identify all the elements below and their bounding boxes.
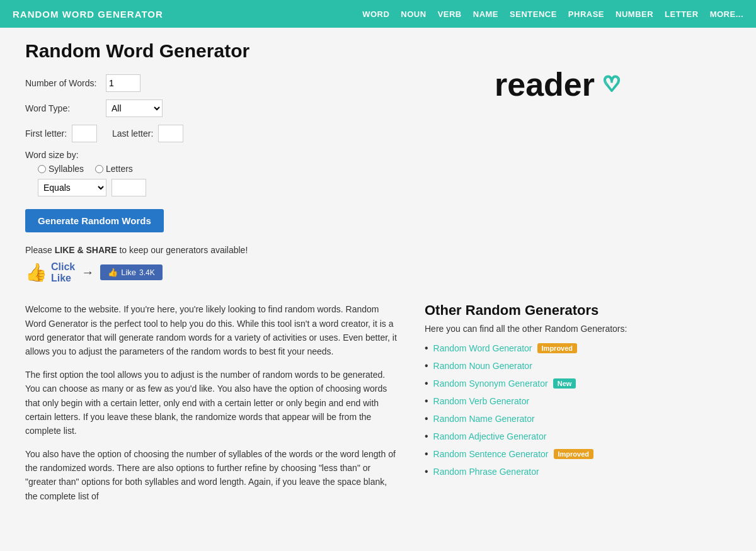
page-title: Random Word Generator [25, 40, 372, 62]
nav-word[interactable]: WORD [362, 9, 389, 19]
gen-list-item: Random Noun Generator [425, 360, 731, 372]
other-generators-subtitle: Here you can find all the other Random G… [425, 324, 731, 334]
generate-button[interactable]: Generate Random Words [25, 209, 164, 232]
gen-list-item: Random Verb Generator [425, 395, 731, 407]
first-letter-label: First letter: [25, 128, 67, 139]
nav-verb[interactable]: VERB [438, 9, 462, 19]
description-section: Welcome to the website. If you're here, … [25, 302, 399, 512]
gen-link[interactable]: Random Name Generator [433, 414, 535, 424]
gen-link[interactable]: Random Synonym Generator [433, 378, 548, 389]
gen-list-item: Random Sentence GeneratorImproved [425, 448, 731, 460]
syllables-radio-label[interactable]: Syllables [38, 164, 84, 174]
nav-noun[interactable]: NOUN [401, 9, 426, 19]
gen-link[interactable]: Random Adjective Generator [433, 431, 547, 441]
num-words-label: Number of Words: [25, 78, 101, 88]
fb-thumb-icon: 👍 [108, 268, 118, 277]
nav-phrase[interactable]: PHRASE [568, 9, 604, 19]
fb-count: 3.4K [139, 268, 155, 277]
site-brand: RANDOM WORD GENERATOR [13, 9, 163, 20]
nav-name[interactable]: NAME [473, 9, 498, 19]
gen-badge: New [553, 378, 576, 389]
other-generators-title: Other Random Generators [425, 302, 731, 319]
word-type-select[interactable]: All Noun Verb Adjective Adverb [106, 99, 163, 117]
syllables-radio[interactable] [38, 165, 46, 173]
gen-list-item: Random Word GeneratorImproved [425, 343, 731, 354]
reader-display: reader ♡ [495, 65, 621, 103]
thumb-icon: 👍 [25, 262, 47, 283]
gen-link[interactable]: Random Phrase Generator [433, 467, 539, 477]
nav-number[interactable]: NUMBER [616, 9, 653, 19]
description-para3: You also have the option of choosing the… [25, 447, 399, 504]
equals-select[interactable]: Equals Less than Greater than [38, 179, 106, 196]
generators-list: Random Word GeneratorImprovedRandom Noun… [425, 343, 731, 477]
first-letter-input[interactable] [72, 125, 97, 142]
nav-more[interactable]: MORE... [710, 9, 743, 19]
gen-link[interactable]: Random Word Generator [433, 343, 532, 353]
click-label: Click [51, 261, 75, 273]
size-value-input[interactable] [112, 179, 146, 196]
nav-letter[interactable]: LETTER [665, 9, 699, 19]
description-para1: Welcome to the website. If you're here, … [25, 302, 399, 359]
gen-link[interactable]: Random Noun Generator [433, 361, 532, 371]
other-generators-section: Other Random Generators Here you can fin… [425, 302, 731, 512]
arrow-icon: → [81, 265, 94, 280]
gen-list-item: Random Synonym GeneratorNew [425, 378, 731, 389]
description-para2: The first option the tool allows you to … [25, 368, 399, 438]
last-letter-input[interactable] [158, 125, 183, 142]
letters-radio-label[interactable]: Letters [95, 164, 133, 174]
gen-link[interactable]: Random Verb Generator [433, 396, 530, 406]
word-size-label: Word size by: [25, 150, 372, 160]
reader-word: reader [495, 65, 595, 103]
like-text: Please LIKE & SHARE to keep our generato… [25, 245, 372, 255]
gen-list-item: Random Name Generator [425, 413, 731, 424]
like-label: Like [51, 273, 75, 284]
gen-badge: Improved [537, 343, 578, 353]
gen-list-item: Random Phrase Generator [425, 466, 731, 477]
facebook-like-button[interactable]: 👍 Like 3.4K [100, 264, 163, 280]
last-letter-label: Last letter: [112, 128, 153, 139]
word-type-label: Word Type: [25, 103, 101, 113]
letters-radio[interactable] [95, 165, 103, 173]
click-like-badge: 👍 Click Like [25, 261, 75, 283]
nav-sentence[interactable]: SENTENCE [510, 9, 557, 19]
gen-link[interactable]: Random Sentence Generator [433, 449, 549, 459]
num-words-input[interactable] [106, 74, 140, 92]
gen-badge: Improved [554, 449, 594, 459]
gen-list-item: Random Adjective Generator [425, 431, 731, 442]
heart-icon: ♡ [602, 72, 621, 96]
fb-like-text: Like [121, 268, 136, 277]
